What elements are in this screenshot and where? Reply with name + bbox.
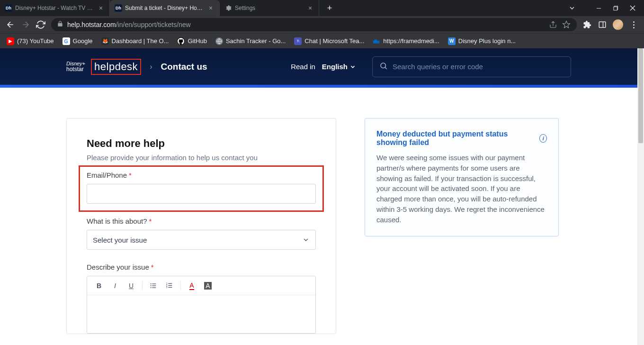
close-window-button[interactable] (629, 4, 636, 12)
search-input[interactable] (393, 63, 564, 71)
bookmark-framed[interactable]: https://framedmedi... (373, 37, 439, 45)
site-header: Disney+ hotstar helpdesk › Contact us Re… (0, 48, 637, 85)
bookmark-github[interactable]: GitHub (177, 37, 206, 45)
readin-label: Read in (291, 63, 315, 71)
hotstar-favicon: Dh (115, 4, 122, 12)
close-icon[interactable]: × (306, 4, 314, 12)
site-icon: W (448, 37, 456, 45)
extensions-icon[interactable] (582, 20, 592, 29)
issue-select[interactable]: Select your issue (87, 230, 316, 250)
new-tab-button[interactable]: + (323, 3, 336, 13)
bookmark-google[interactable]: G Google (63, 37, 93, 45)
search-icon (379, 62, 388, 72)
chevron-down-icon (302, 236, 310, 244)
underline-button[interactable]: U (124, 279, 138, 292)
bookmark-label: https://framedmedi... (383, 37, 439, 45)
search-box[interactable] (372, 56, 571, 77)
form-title: Need more help (87, 137, 316, 150)
tab-settings[interactable]: Settings × (220, 0, 319, 16)
reload-button[interactable] (36, 20, 45, 29)
email-label: Email/Phone* (87, 171, 132, 179)
svg-point-9 (151, 283, 152, 284)
info-title[interactable]: Money deducted but payment status showin… (376, 130, 547, 147)
close-icon[interactable]: × (97, 4, 105, 12)
numbered-list-button[interactable]: 123 (162, 279, 177, 292)
close-icon[interactable]: × (207, 4, 215, 12)
bookmark-label: Disney Plus login n... (458, 37, 516, 45)
rich-text-editor: B I U 123 A A (87, 276, 316, 334)
editor-textarea[interactable] (87, 295, 315, 333)
field-about: What is this about?* Select your issue (87, 217, 316, 250)
minimize-button[interactable] (595, 4, 602, 12)
scrollbar-thumb[interactable] (638, 48, 643, 143)
back-button[interactable] (6, 20, 15, 29)
star-icon[interactable] (562, 20, 571, 29)
svg-rect-16 (168, 283, 172, 283)
svg-rect-10 (152, 283, 156, 284)
highlight-button[interactable]: A (201, 279, 215, 292)
tab-hotstar-watch[interactable]: Dh Disney+ Hotstar - Watch TV Shows × (0, 0, 110, 16)
svg-rect-18 (168, 285, 172, 285)
bookmark-label: (73) YouTube (17, 37, 54, 45)
tab-search-icon[interactable] (568, 4, 576, 12)
bookmark-label: Sachin Tracker - Go... (226, 37, 286, 45)
language-value: English (322, 63, 348, 71)
teams-icon: Tᵢ (294, 37, 302, 45)
share-icon[interactable] (548, 20, 558, 29)
info-icon: i (539, 134, 547, 143)
bullet-list-button[interactable] (146, 279, 161, 292)
sidepanel-icon[interactable] (598, 20, 607, 29)
github-icon (177, 37, 185, 45)
bookmark-label: Google (73, 37, 93, 45)
select-placeholder: Select your issue (93, 236, 147, 244)
bookmark-disney-login[interactable]: W Disney Plus login n... (448, 37, 516, 45)
editor-toolbar: B I U 123 A A (87, 276, 315, 295)
describe-label: Describe your issue* (87, 263, 154, 271)
bookmark-label: GitHub (188, 37, 206, 45)
bold-button[interactable]: B (92, 279, 106, 292)
bookmark-dashboard[interactable]: 🦊 Dashboard | The O... (101, 37, 169, 45)
about-label: What is this about?* (87, 217, 152, 225)
svg-rect-20 (168, 287, 172, 287)
bookmark-label: Chat | Microsoft Tea... (304, 37, 364, 45)
tab-submit-ticket[interactable]: Dh Submit a ticket - Disney+ Hotstar × (110, 0, 220, 16)
url-bar[interactable]: help.hotstar.com/in/en/support/tickets/n… (51, 18, 577, 31)
language-selector[interactable]: English (322, 63, 356, 71)
chevron-down-icon (349, 64, 356, 70)
italic-button[interactable]: I (108, 279, 122, 292)
helpdesk-label: helpdesk (91, 59, 141, 75)
profile-avatar[interactable] (613, 19, 623, 30)
bookmark-sachin[interactable]: Sachin Tracker - Go... (215, 37, 286, 45)
hotstar-logo[interactable]: Disney+ hotstar (66, 61, 85, 72)
bookmark-label: Dashboard | The O... (112, 37, 169, 45)
svg-rect-14 (152, 287, 156, 288)
window-controls (568, 4, 644, 12)
forward-button[interactable] (21, 20, 30, 29)
google-icon: G (63, 37, 70, 45)
vertical-scrollbar[interactable] (637, 48, 644, 345)
svg-point-11 (151, 285, 152, 286)
tab-strip: Dh Disney+ Hotstar - Watch TV Shows × Dh… (0, 0, 336, 16)
maximize-button[interactable] (612, 4, 619, 12)
email-phone-input[interactable] (87, 184, 316, 204)
svg-rect-5 (599, 22, 606, 27)
info-body: We were seeing some issues with our paym… (376, 153, 547, 225)
text-color-button[interactable]: A (185, 279, 199, 292)
svg-rect-2 (613, 7, 617, 10)
bookmark-teams[interactable]: Tᵢ Chat | Microsoft Tea... (294, 37, 364, 45)
tab-title: Submit a ticket - Disney+ Hotstar (125, 5, 204, 11)
address-bar: help.hotstar.com/in/en/support/tickets/n… (0, 16, 644, 33)
form-subtitle: Please provide your information to help … (87, 154, 316, 162)
youtube-icon: ▶ (7, 37, 14, 45)
breadcrumb-contact[interactable]: Contact us (161, 62, 207, 72)
onedrive-icon (373, 37, 380, 45)
browser-titlebar: Dh Disney+ Hotstar - Watch TV Shows × Dh… (0, 0, 644, 16)
bookmarks-bar: ▶ (73) YouTube G Google 🦊 Dashboard | Th… (0, 33, 644, 48)
menu-button[interactable] (629, 20, 638, 29)
tab-title: Settings (235, 5, 304, 11)
site-icon: 🦊 (101, 37, 109, 45)
separator (142, 281, 143, 291)
bookmark-youtube[interactable]: ▶ (73) YouTube (7, 37, 54, 45)
svg-text:3: 3 (166, 286, 168, 289)
field-email-phone: Email/Phone* (87, 171, 316, 204)
